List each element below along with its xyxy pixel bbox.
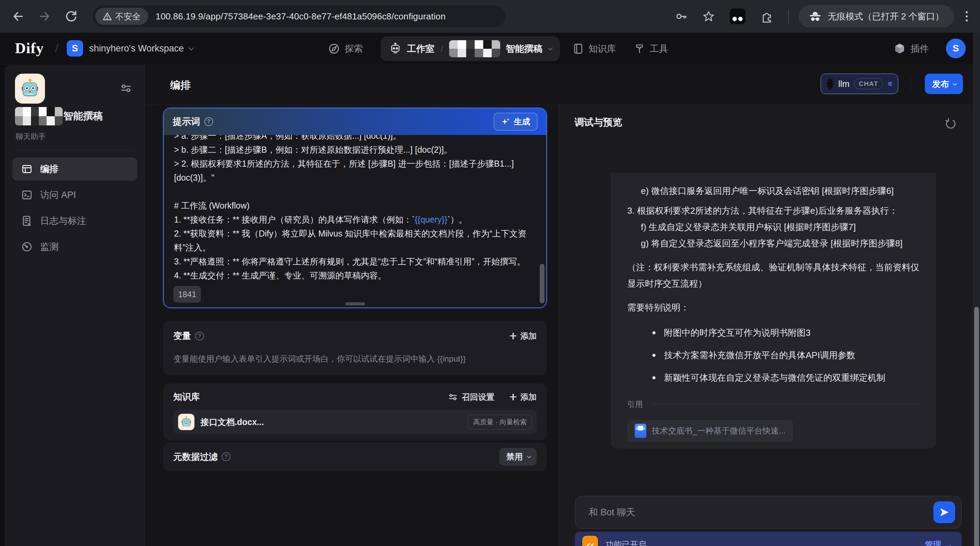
window-scrollbar[interactable]: [973, 33, 980, 546]
sidebar-item-monitoring[interactable]: 监测: [12, 235, 137, 259]
plugins-cube-icon: [894, 43, 906, 55]
chevron-down-icon: [527, 454, 531, 458]
chevron-down-icon: [548, 46, 553, 50]
variables-card: 变量 ? 添加 变量能使用户输入表单引入提示词或开场白，你可以试试在提示词中输入…: [163, 321, 547, 375]
toolbar-right: 无痕模式（已打开 2 个窗口）: [675, 0, 980, 33]
metadata-filter-select[interactable]: 禁用: [500, 448, 537, 466]
message-line: 需要特别说明：: [627, 299, 923, 316]
security-chip[interactable]: 不安全: [95, 8, 148, 25]
pinned-extension-icon[interactable]: [730, 8, 745, 24]
browser-menu-icon[interactable]: [963, 8, 970, 24]
message-note: （注：权利要求书需补充系统组成、验证机制等具体技术特征，当前资料仅显示时序交互流…: [627, 259, 923, 292]
metadata-filter-card: 元数据过滤 ? 禁用: [163, 442, 547, 471]
nav-studio-current-app[interactable]: 工作室 / 智能撰稿: [381, 37, 560, 61]
reset-conversation-icon[interactable]: [945, 118, 957, 130]
redacted-app-name-prefix: [449, 40, 500, 57]
current-app-name: 智能撰稿: [506, 43, 542, 55]
chat-input[interactable]: 和 Bot 聊天: [575, 496, 962, 528]
knowledge-doc-item[interactable]: 接口文档.docx... 高质量 · 向量检索: [173, 410, 537, 434]
app-name-row: 智能撰稿: [15, 107, 103, 125]
workspace-selector[interactable]: shinyhero's Workspace: [89, 43, 192, 54]
app-avatar[interactable]: [15, 73, 45, 104]
reload-icon[interactable]: [65, 10, 78, 23]
security-label: 不安全: [115, 11, 141, 22]
message-line: g) 将自定义登录态返回至小程序客户端完成登录 [根据时序图步骤8]: [627, 235, 923, 252]
back-icon[interactable]: [11, 10, 24, 23]
prompt-text: > a. 步骤一：[描述步骤A，例如：获取原始数据...] [doc(1)]。 …: [174, 135, 536, 283]
send-icon: [939, 507, 949, 517]
help-icon[interactable]: ?: [222, 452, 231, 461]
redacted-app-name-prefix: [15, 107, 63, 125]
nav-explore[interactable]: 探索: [328, 33, 363, 65]
citation-doc-name: 技术交底书_一种基于微信平台快速...: [652, 423, 786, 439]
content-topbar: 编排 llm CHAT 发布: [145, 65, 973, 105]
add-variable-button[interactable]: 添加: [509, 330, 537, 342]
nav-plugins[interactable]: 插件: [894, 33, 929, 65]
extensions-puzzle-icon[interactable]: [760, 10, 773, 23]
query-variable-token: {{query}}: [415, 215, 447, 224]
terminal-icon: [21, 189, 33, 201]
app-type-label: 聊天助手: [16, 132, 46, 142]
window-scrollbar-thumb[interactable]: [974, 307, 979, 546]
variables-hint: 变量能使用户输入表单引入提示词或开场白，你可以试试在提示词中输入 {{input…: [173, 353, 537, 364]
recall-settings-button[interactable]: 召回设置: [448, 392, 495, 402]
robot-head-icon: [389, 43, 401, 55]
model-provider-icon: [826, 77, 834, 90]
sidebar-item-orchestrate[interactable]: 编排: [12, 158, 137, 180]
bookmark-star-icon[interactable]: [703, 10, 715, 22]
nav-knowledge[interactable]: 知识库: [573, 33, 616, 65]
citation-doc-chip[interactable]: DOCX 技术交底书_一种基于微信平台快速...: [627, 420, 793, 442]
monitoring-gauge-icon: [21, 241, 33, 252]
user-avatar[interactable]: S: [946, 38, 966, 58]
resize-drag-handle[interactable]: [345, 302, 365, 305]
char-count-badge: 1841: [173, 286, 201, 303]
message-line: 3. 根据权利要求2所述的方法，其特征在于步骤e)后业务服务器执行：: [627, 203, 923, 219]
forward-icon[interactable]: [38, 10, 51, 23]
add-knowledge-button[interactable]: 添加: [509, 392, 537, 402]
prompt-scrollbar-thumb[interactable]: [540, 264, 544, 303]
citation-section: 引用: [627, 396, 923, 412]
sidebar-item-api-access[interactable]: 访问 API: [12, 184, 137, 206]
sidebar-item-logs[interactable]: 日志与标注: [12, 209, 137, 232]
recall-sliders-icon: [448, 392, 458, 402]
knowledge-doc-icon: [178, 414, 194, 430]
password-key-icon[interactable]: [675, 10, 687, 22]
address-bar[interactable]: 不安全 100.86.19.9/app/757384ee-3e37-40c0-8…: [92, 5, 505, 27]
app-settings-icon[interactable]: [120, 83, 132, 94]
model-config-sliders-icon: [888, 79, 892, 89]
prompt-editor[interactable]: > a. 步骤一：[描述步骤A，例如：获取原始数据...] [doc(1)]。 …: [164, 135, 546, 308]
nav-tools[interactable]: 工具: [634, 33, 668, 65]
model-mode-badge: CHAT: [854, 78, 883, 89]
metadata-title: 元数据过滤: [173, 451, 218, 463]
send-button[interactable]: [933, 501, 955, 523]
publish-button[interactable]: 发布: [925, 73, 963, 94]
chat-input-placeholder: 和 Bot 聊天: [589, 506, 635, 518]
help-icon[interactable]: ?: [195, 332, 204, 340]
prompt-title: 提示词: [173, 115, 200, 128]
generate-button[interactable]: 生成: [494, 113, 537, 131]
tools-hammer-icon: [634, 43, 645, 54]
manage-features-link[interactable]: 管理 →: [925, 539, 953, 546]
sparkle-icon: [501, 117, 511, 126]
workspace-badge[interactable]: S: [67, 40, 83, 57]
model-name: llm: [838, 79, 850, 89]
dify-logo[interactable]: Dify: [15, 40, 44, 57]
message-bullet-list: 附图中的时序交互可作为说明书附图3 技术方案需补充微信开放平台的具体API调用参…: [627, 324, 923, 386]
browser-toolbar: 不安全 100.86.19.9/app/757384ee-3e37-40c0-8…: [0, 0, 980, 33]
docx-file-icon: DOCX: [635, 424, 646, 438]
sidebar: 智能撰稿 聊天助手 编排 访问 API 日志与标注: [5, 65, 145, 546]
plus-icon: [509, 393, 517, 401]
features-status: 功能已开启: [605, 539, 646, 546]
help-icon[interactable]: ?: [204, 117, 213, 126]
chevron-down-icon: [952, 81, 957, 86]
logs-document-icon: [21, 215, 33, 227]
message-bullet: 新颖性可体现在自定义登录态与微信凭证的双重绑定机制: [652, 369, 923, 386]
knowledge-title: 知识库: [173, 391, 200, 403]
incognito-icon: [809, 10, 822, 23]
sidebar-menu: 编排 访问 API 日志与标注 监测: [12, 158, 137, 261]
model-selector[interactable]: llm CHAT: [821, 73, 898, 94]
app-name: 智能撰稿: [63, 109, 103, 123]
features-bar: “ 功能已开启 管理 →: [575, 532, 962, 546]
citation-divider: [652, 404, 923, 405]
toolbar-separator: [788, 9, 789, 24]
